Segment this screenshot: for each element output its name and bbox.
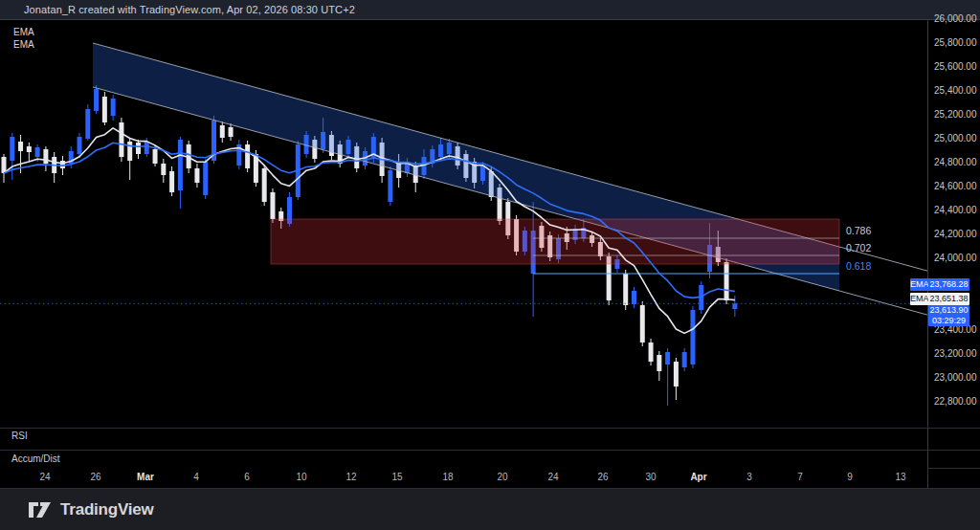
- candle-body: [102, 97, 107, 122]
- candle-body: [724, 262, 729, 300]
- candle-body: [262, 168, 267, 202]
- ema-axis-tag: EMA: [910, 278, 928, 291]
- price-axis-label: 25,800.00: [934, 37, 977, 48]
- price-axis-label: 25,600.00: [934, 61, 977, 72]
- time-axis-label: 15: [391, 472, 402, 482]
- price-axis[interactable]: 26,000.0025,800.0025,600.0025,400.0025,2…: [927, 20, 980, 468]
- candle-body: [18, 142, 23, 151]
- candle-body: [2, 157, 7, 173]
- time-axis-label: 20: [497, 472, 507, 482]
- candle-body: [665, 352, 670, 364]
- candle-body: [78, 137, 82, 154]
- candle-body: [94, 89, 99, 111]
- candlestick-chart-canvas[interactable]: 0.7860.7020.618: [0, 20, 927, 429]
- accum-dist-pane-label[interactable]: Accum/Dist: [11, 453, 60, 464]
- pane-divider[interactable]: [0, 450, 980, 451]
- candle-body: [119, 122, 123, 157]
- ema-axis-value: 23,651.38: [928, 293, 969, 305]
- ema-price-badge-blue: EMA23,768.28: [910, 278, 969, 291]
- legend-ema-1[interactable]: EMA: [13, 26, 34, 38]
- time-axis-label: 26: [90, 472, 100, 482]
- fib-level-label: 0.618: [846, 260, 871, 272]
- candle-body: [682, 352, 687, 367]
- candle-body: [136, 143, 141, 154]
- candle-body: [690, 310, 695, 364]
- price-axis-label: 24,000.00: [934, 253, 977, 263]
- ema-axis-tag: EMA: [910, 293, 928, 305]
- price-axis-label: 24,200.00: [934, 229, 977, 239]
- candle-body: [732, 303, 737, 309]
- price-axis-label: 25,400.00: [934, 85, 977, 96]
- candle-body: [169, 171, 174, 192]
- candle-body: [127, 142, 132, 161]
- time-axis-label: Apr: [690, 472, 706, 482]
- main-price-pane[interactable]: 0.7860.7020.618 EMA EMA: [0, 20, 927, 488]
- price-axis-label: 25,200.00: [934, 109, 977, 120]
- chart-attribution-text: Jonatan_R created with TradingView.com, …: [24, 4, 355, 15]
- price-axis-label: 22,800.00: [934, 396, 977, 407]
- candle-body: [388, 170, 392, 202]
- candle-body: [270, 192, 275, 219]
- time-axis-label: 24: [39, 472, 50, 482]
- footer-bar: TradingView: [0, 488, 980, 530]
- time-axis-label: Mar: [137, 472, 154, 482]
- candle-body: [203, 162, 208, 195]
- fib-level-label: 0.786: [846, 225, 871, 236]
- time-axis[interactable]: 2426Mar461012151820242630Apr37913: [0, 468, 927, 488]
- candle-body: [145, 142, 149, 154]
- candle-body: [35, 147, 40, 157]
- time-axis-label: 26: [597, 472, 608, 482]
- last-price-value: 23,613.90: [928, 305, 969, 316]
- candle-body: [43, 149, 48, 164]
- candle-body: [194, 168, 199, 183]
- channel-bottom-line[interactable]: [93, 87, 927, 315]
- pane-divider[interactable]: [0, 428, 980, 429]
- candle-body: [161, 164, 166, 175]
- time-axis-label: 9: [847, 472, 853, 482]
- candle-body: [657, 355, 661, 371]
- attribution-bar: Jonatan_R created with TradingView.com, …: [0, 0, 980, 20]
- last-price-badge: 23,613.9003:29:29: [928, 305, 969, 326]
- tradingview-chart-window: Jonatan_R created with TradingView.com, …: [0, 0, 980, 530]
- candle-body: [153, 149, 158, 164]
- price-axis-label: 24,800.00: [934, 157, 977, 167]
- ema-axis-value: 23,768.28: [928, 278, 969, 291]
- time-axis-label: 13: [895, 472, 905, 482]
- tradingview-logo-text: TradingView: [60, 500, 154, 519]
- candle-body: [178, 140, 183, 190]
- price-axis-label: 26,000.00: [934, 13, 977, 24]
- indicator-legend: EMA EMA: [13, 26, 34, 51]
- candle-body: [229, 127, 234, 137]
- candle-body: [623, 274, 628, 305]
- legend-ema-2[interactable]: EMA: [13, 38, 34, 51]
- price-axis-label: 23,000.00: [934, 372, 977, 383]
- time-axis-label: 30: [645, 472, 656, 482]
- time-axis-label: 12: [345, 472, 356, 482]
- candle-body: [649, 342, 654, 362]
- candle-body: [640, 305, 645, 342]
- time-axis-label: 4: [193, 472, 199, 482]
- candle-body: [674, 362, 679, 386]
- time-axis-label: 24: [547, 472, 558, 482]
- ema-price-badge-white: EMA23,651.38: [910, 293, 969, 305]
- candle-body: [632, 291, 636, 304]
- time-axis-label: 3: [746, 472, 752, 482]
- rsi-pane-label[interactable]: RSI: [11, 431, 28, 441]
- candle-body: [10, 137, 14, 161]
- fib-level-label: 0.702: [846, 242, 871, 254]
- tradingview-logo[interactable]: TradingView: [29, 500, 154, 519]
- chart-area: 0.7860.7020.618 EMA EMA RSI Accum/Dist 2…: [0, 20, 980, 488]
- candle-body: [245, 144, 250, 168]
- bar-countdown: 03:29:29: [928, 316, 969, 326]
- price-axis-label: 25,000.00: [934, 133, 977, 144]
- time-axis-label: 6: [244, 472, 250, 482]
- tradingview-logo-icon: [29, 501, 52, 519]
- candle-body: [111, 99, 116, 116]
- price-axis-label: 24,600.00: [934, 181, 977, 191]
- time-axis-label: 18: [442, 472, 453, 482]
- price-axis-label: 24,400.00: [934, 205, 977, 215]
- candle-body: [60, 161, 65, 168]
- candle-body: [27, 146, 32, 152]
- time-axis-label: 10: [296, 472, 306, 482]
- candle-body: [85, 109, 90, 139]
